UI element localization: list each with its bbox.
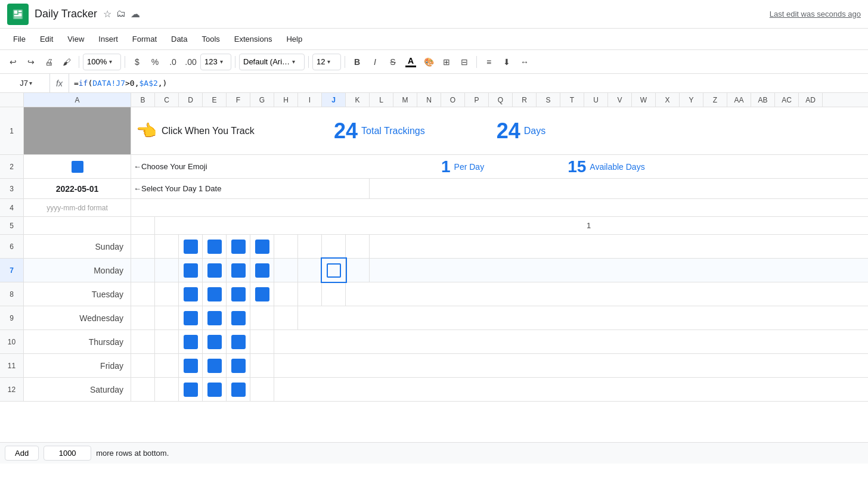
cell-g9[interactable] xyxy=(250,306,274,329)
select-all-corner[interactable] xyxy=(0,93,24,107)
cell-c12[interactable] xyxy=(155,378,179,401)
tracker-square-f7[interactable] xyxy=(231,263,246,278)
tracker-square-f11[interactable] xyxy=(231,359,246,373)
tracker-square-e9[interactable] xyxy=(207,311,222,325)
finger-emoji[interactable]: 👈 xyxy=(136,121,157,141)
cell-b11[interactable] xyxy=(131,354,155,377)
align-button[interactable]: ≡ xyxy=(480,54,497,70)
tracker-square-e6[interactable] xyxy=(207,240,222,254)
cell-k7[interactable] xyxy=(346,259,370,282)
col-header-aa[interactable]: AA xyxy=(727,93,751,107)
col-header-g[interactable]: G xyxy=(250,93,274,107)
star-icon[interactable]: ☆ xyxy=(103,8,111,20)
col-header-b[interactable]: B xyxy=(131,93,155,107)
bold-button[interactable]: B xyxy=(349,54,365,70)
cell-e11[interactable] xyxy=(203,354,227,377)
cell-f8[interactable] xyxy=(227,282,250,306)
col-header-y[interactable]: Y xyxy=(680,93,703,107)
cell-reference[interactable]: J7 ▾ xyxy=(2,74,50,92)
tracker-square-f9[interactable] xyxy=(231,311,246,325)
tracker-square-d6[interactable] xyxy=(184,240,198,254)
col-header-k[interactable]: K xyxy=(346,93,370,107)
tracker-square-e8[interactable] xyxy=(207,287,222,301)
print-button[interactable]: 🖨 xyxy=(41,54,57,70)
col-header-h[interactable]: H xyxy=(274,93,298,107)
cell-j7[interactable] xyxy=(322,259,346,282)
col-header-m[interactable]: M xyxy=(393,93,417,107)
tracker-square-e10[interactable] xyxy=(207,335,222,349)
cell-c7[interactable] xyxy=(155,259,179,282)
cell-g7[interactable] xyxy=(250,259,274,282)
formula-content[interactable]: =if(DATA!J7>0,$A$2,) xyxy=(69,79,172,88)
cloud-icon[interactable]: ☁ xyxy=(131,8,140,20)
rows-count-input[interactable] xyxy=(44,446,91,461)
cell-d10[interactable] xyxy=(179,330,203,353)
tracker-empty-j7[interactable] xyxy=(327,263,341,278)
cell-c11[interactable] xyxy=(155,354,179,377)
cell-e8[interactable] xyxy=(203,282,227,306)
undo-button[interactable]: ↩ xyxy=(5,54,21,70)
col-header-e[interactable]: E xyxy=(203,93,227,107)
cell-c9[interactable] xyxy=(155,306,179,329)
cell-g8[interactable] xyxy=(250,282,274,306)
col-header-s[interactable]: S xyxy=(537,93,560,107)
cell-b9[interactable] xyxy=(131,306,155,329)
col-header-r[interactable]: R xyxy=(513,93,537,107)
cell-c8[interactable] xyxy=(155,282,179,306)
col-header-d[interactable]: D xyxy=(179,93,203,107)
col-header-f[interactable]: F xyxy=(227,93,250,107)
cell-g12[interactable] xyxy=(250,378,274,401)
menu-format[interactable]: Format xyxy=(126,32,163,46)
cell-e12[interactable] xyxy=(203,378,227,401)
cell-f12[interactable] xyxy=(227,378,250,401)
cell-b6[interactable] xyxy=(131,235,155,258)
italic-button[interactable]: I xyxy=(367,54,383,70)
valign-button[interactable]: ⬇ xyxy=(498,54,515,70)
tracker-square-g7[interactable] xyxy=(255,263,269,278)
cell-h6[interactable] xyxy=(274,235,298,258)
menu-data[interactable]: Data xyxy=(165,32,193,46)
col-header-ab[interactable]: AB xyxy=(751,93,775,107)
font-dropdown[interactable]: Default (Ari… ▾ xyxy=(239,54,305,70)
cell-b7[interactable] xyxy=(131,259,155,282)
col-header-v[interactable]: V xyxy=(608,93,632,107)
col-header-n[interactable]: N xyxy=(417,93,441,107)
cell-b8[interactable] xyxy=(131,282,155,306)
cell-i8[interactable] xyxy=(298,282,322,306)
tracker-square-f12[interactable] xyxy=(231,383,246,397)
tracker-square-e7[interactable] xyxy=(207,263,222,278)
cell-c10[interactable] xyxy=(155,330,179,353)
menu-view[interactable]: View xyxy=(61,32,90,46)
cell-e6[interactable] xyxy=(203,235,227,258)
cell-f9[interactable] xyxy=(227,306,250,329)
add-rows-button[interactable]: Add xyxy=(5,446,39,461)
cell-h7[interactable] xyxy=(274,259,298,282)
cell-i7[interactable] xyxy=(298,259,322,282)
tracker-square-e12[interactable] xyxy=(207,383,222,397)
cell-a3[interactable]: 2022-05-01 xyxy=(24,179,131,198)
cell-f7[interactable] xyxy=(227,259,250,282)
menu-edit[interactable]: Edit xyxy=(34,32,59,46)
tracker-square-d10[interactable] xyxy=(184,335,198,349)
tracker-square-g8[interactable] xyxy=(255,287,269,301)
col-header-a[interactable]: A xyxy=(24,93,131,107)
cell-a2[interactable] xyxy=(24,155,131,178)
cell-d8[interactable] xyxy=(179,282,203,306)
col-header-q[interactable]: Q xyxy=(489,93,513,107)
cell-c6[interactable] xyxy=(155,235,179,258)
cell-g10[interactable] xyxy=(250,330,274,353)
col-header-o[interactable]: O xyxy=(441,93,465,107)
menu-help[interactable]: Help xyxy=(280,32,308,46)
tracker-square-d12[interactable] xyxy=(184,383,198,397)
tracker-square-d11[interactable] xyxy=(184,359,198,373)
tracker-square-f6[interactable] xyxy=(231,240,246,254)
cell-d9[interactable] xyxy=(179,306,203,329)
tracker-square-e11[interactable] xyxy=(207,359,222,373)
merge-cells-button[interactable]: ⊟ xyxy=(456,54,473,70)
zoom-dropdown[interactable]: 100% ▾ xyxy=(83,54,121,70)
cell-f10[interactable] xyxy=(227,330,250,353)
cell-a4[interactable]: yyyy-mm-dd format xyxy=(24,199,131,216)
cell-b10[interactable] xyxy=(131,330,155,353)
cell-h9[interactable] xyxy=(274,306,298,329)
decimal-increase-button[interactable]: .00 xyxy=(182,54,199,70)
